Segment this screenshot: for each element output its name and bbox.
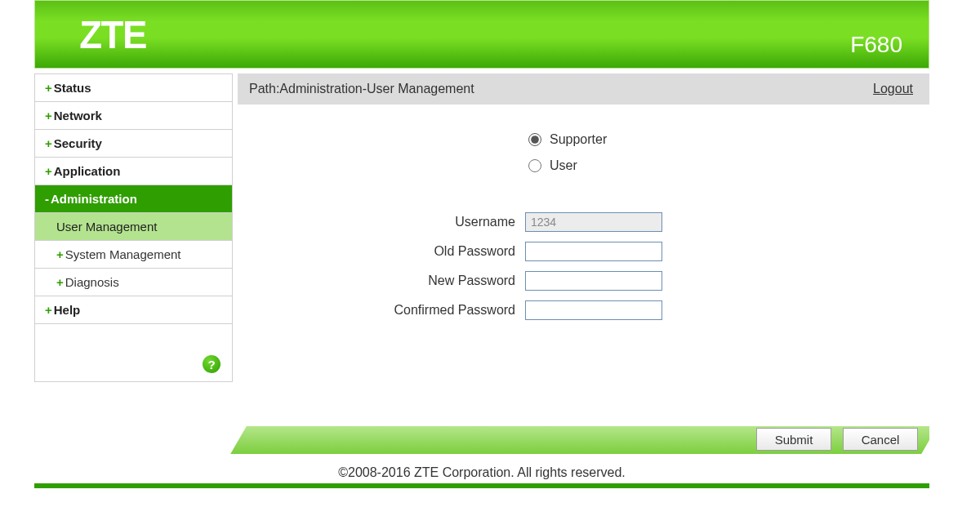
model-label: F680 — [850, 32, 902, 68]
body-row: +Status +Network +Security +Application … — [34, 73, 929, 400]
sidebar-item-label: Application — [54, 164, 121, 178]
page-container: ZTE F680 +Status +Network +Security +App… — [34, 0, 929, 488]
username-label: Username — [254, 215, 525, 229]
sidebar-item-administration[interactable]: -Administration — [35, 185, 232, 213]
sidebar-item-status[interactable]: +Status — [35, 74, 232, 102]
field-row-oldpw: Old Password — [254, 242, 913, 261]
username-input[interactable] — [525, 212, 662, 232]
radio-supporter[interactable]: Supporter — [528, 132, 913, 147]
bottom-strip: Submit Cancel ©2008-2016 ZTE Corporation… — [34, 426, 929, 488]
newpw-label: New Password — [254, 274, 525, 288]
sidebar-item-help[interactable]: +Help — [35, 296, 232, 324]
sidebar-item-label: Status — [54, 81, 91, 95]
sidebar-sub-diagnosis[interactable]: +Diagnosis — [35, 269, 232, 296]
footer-green-bar — [34, 483, 929, 488]
collapse-icon: - — [45, 192, 49, 206]
form-area: Supporter User Username Old Password — [238, 105, 929, 338]
breadcrumb: Path:Administration-User Management — [249, 82, 474, 96]
copyright-text: ©2008-2016 ZTE Corporation. All rights r… — [34, 454, 929, 483]
old-password-input[interactable] — [525, 242, 662, 261]
green-strip: Submit Cancel — [34, 426, 929, 454]
sidebar-item-label: Security — [54, 136, 102, 150]
cancel-button[interactable]: Cancel — [843, 428, 918, 451]
sidebar-item-label: User Management — [56, 220, 157, 234]
radio-label: Supporter — [550, 132, 607, 147]
expand-icon: + — [56, 275, 64, 289]
header-bar: ZTE F680 — [34, 0, 929, 69]
confirmed-password-input[interactable] — [525, 300, 662, 320]
field-row-username: Username — [254, 212, 913, 232]
sidebar-sub-system-management[interactable]: +System Management — [35, 241, 232, 269]
radio-user[interactable]: User — [528, 158, 913, 173]
logo: ZTE — [79, 12, 146, 57]
button-bar: Submit Cancel — [756, 428, 918, 451]
role-radio-group: Supporter User — [528, 132, 913, 173]
submit-button[interactable]: Submit — [756, 428, 831, 451]
radio-user-input[interactable] — [528, 159, 541, 172]
help-icon[interactable]: ? — [203, 355, 220, 373]
sidebar-item-label: Help — [54, 303, 81, 317]
expand-icon: + — [45, 81, 52, 95]
sidebar-item-label: System Management — [65, 247, 181, 261]
oldpw-label: Old Password — [254, 244, 525, 259]
sidebar-item-network[interactable]: +Network — [35, 102, 232, 130]
main-content: Path:Administration-User Management Logo… — [238, 73, 929, 400]
sidebar-footer: ? — [35, 324, 232, 381]
expand-icon: + — [45, 164, 52, 178]
radio-label: User — [550, 158, 577, 173]
sidebar-item-application[interactable]: +Application — [35, 158, 232, 185]
sidebar-item-label: Administration — [51, 192, 137, 206]
sidebar: +Status +Network +Security +Application … — [34, 73, 233, 382]
radio-supporter-input[interactable] — [528, 133, 541, 146]
expand-icon: + — [45, 136, 52, 150]
expand-icon: + — [45, 109, 52, 122]
expand-icon: + — [56, 247, 64, 261]
logout-link[interactable]: Logout — [873, 82, 913, 96]
sidebar-item-label: Diagnosis — [65, 275, 119, 289]
confpw-label: Confirmed Password — [254, 303, 525, 318]
path-bar: Path:Administration-User Management Logo… — [238, 73, 929, 105]
sidebar-item-security[interactable]: +Security — [35, 130, 232, 158]
new-password-input[interactable] — [525, 271, 662, 291]
field-row-newpw: New Password — [254, 271, 913, 291]
sidebar-sub-user-management[interactable]: User Management — [35, 213, 232, 241]
sidebar-item-label: Network — [54, 109, 102, 122]
expand-icon: + — [45, 303, 52, 317]
field-row-confpw: Confirmed Password — [254, 300, 913, 320]
